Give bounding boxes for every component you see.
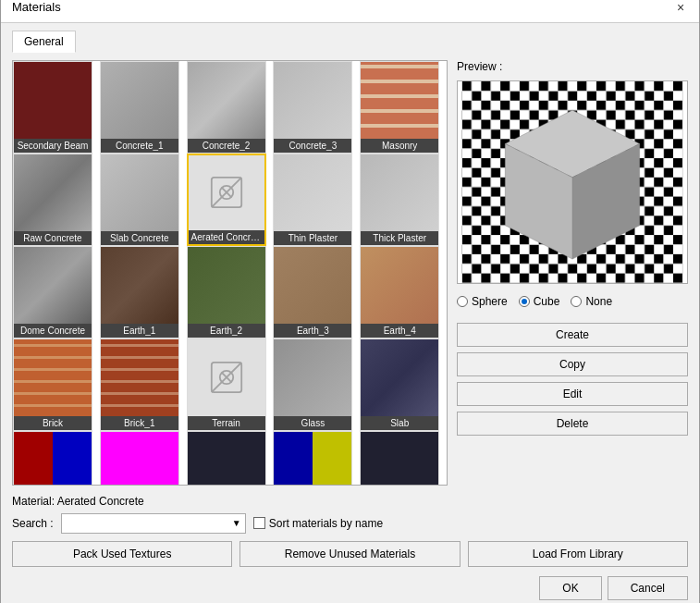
- material-label-slab-concrete: Slab Concrete: [101, 231, 178, 245]
- material-thumb-glass: [274, 339, 351, 416]
- radio-none-label: None: [585, 295, 612, 308]
- material-name-display: Material: Aerated Concrete: [12, 495, 688, 508]
- material-label-dome-concrete: Dome Concrete: [14, 324, 92, 338]
- material-thumb-concrete2: [188, 62, 265, 139]
- search-label: Search :: [12, 517, 54, 530]
- sort-by-name-checkbox-label[interactable]: Sort materials by name: [253, 517, 383, 530]
- material-thumb-thin-plaster: [274, 154, 351, 231]
- material-cell-secondary-beam[interactable]: Secondary Beam: [13, 61, 92, 154]
- preview-label: Preview :: [457, 60, 688, 73]
- material-thumb-brick1: [101, 339, 178, 416]
- material-label-earth4: Earth_4: [361, 324, 438, 338]
- material-label-slab: Slab: [361, 416, 438, 430]
- material-cell-brick[interactable]: Brick: [13, 338, 92, 431]
- material-cell-thick-plaster[interactable]: Thick Plaster: [360, 154, 439, 246]
- materials-grid-container[interactable]: Secondary BeamConcrete_1Concrete_2Concre…: [12, 60, 448, 486]
- create-button[interactable]: Create: [457, 323, 688, 347]
- main-area: Secondary BeamConcrete_1Concrete_2Concre…: [12, 60, 688, 486]
- preview-svg: [458, 81, 687, 283]
- search-input[interactable]: [62, 514, 228, 533]
- radio-none-dot: [571, 296, 582, 307]
- material-thumb-concrete3: [274, 62, 351, 139]
- material-cell-magenta[interactable]: [100, 431, 179, 486]
- material-label-secondary-beam: Secondary Beam: [14, 139, 92, 153]
- material-label-earth3: Earth_3: [274, 324, 351, 338]
- material-cell-concrete3[interactable]: Concrete_3: [273, 61, 352, 154]
- remove-unused-button[interactable]: Remove Unused Materials: [239, 541, 460, 567]
- material-cell-brick1[interactable]: Brick_1: [100, 338, 179, 431]
- radio-cube-label: Cube: [534, 295, 560, 308]
- radio-sphere-dot: [457, 296, 468, 307]
- material-cell-raw-concrete[interactable]: Raw Concrete: [13, 154, 92, 246]
- material-cell-dome-concrete[interactable]: Dome Concrete: [13, 246, 92, 338]
- tab-bar: General: [12, 31, 688, 53]
- no-texture-icon: [189, 155, 264, 230]
- pack-textures-button[interactable]: Pack Used Textures: [12, 541, 232, 567]
- material-thumb-dark: [188, 432, 265, 486]
- preview-panel: Preview :: [457, 60, 688, 486]
- material-thumb-earth3: [274, 247, 351, 324]
- material-thumb-thick-plaster: [361, 154, 438, 231]
- material-label-brick: Brick: [14, 416, 92, 430]
- material-label-concrete2: Concrete_2: [188, 139, 265, 153]
- material-thumb-strip2: [274, 432, 351, 486]
- material-thumb-earth1: [101, 247, 178, 324]
- close-button[interactable]: ×: [673, 0, 688, 15]
- dialog-title: Materials: [12, 0, 61, 14]
- title-bar: Materials ×: [1, 0, 699, 23]
- material-thumb-magenta: [101, 432, 178, 486]
- material-cell-concrete2[interactable]: Concrete_2: [187, 61, 266, 154]
- search-dropdown-button[interactable]: ▼: [228, 516, 245, 530]
- material-cell-earth1[interactable]: Earth_1: [100, 246, 179, 338]
- material-label-earth1: Earth_1: [101, 324, 178, 338]
- radio-cube[interactable]: Cube: [519, 295, 560, 308]
- copy-button[interactable]: Copy: [457, 352, 688, 376]
- search-input-wrap: ▼: [61, 513, 246, 534]
- sort-by-name-checkbox[interactable]: [253, 517, 265, 529]
- material-cell-dark[interactable]: [187, 431, 266, 486]
- bottom-buttons: Pack Used Textures Remove Unused Materia…: [12, 541, 688, 567]
- material-label-thick-plaster: Thick Plaster: [361, 231, 438, 245]
- material-cell-earth2[interactable]: Earth_2: [187, 246, 266, 338]
- delete-button[interactable]: Delete: [457, 412, 688, 436]
- material-cell-slab-concrete[interactable]: Slab Concrete: [100, 154, 179, 246]
- material-cell-aerated-concrete[interactable]: Aerated Concre...: [187, 154, 266, 246]
- material-label-glass: Glass: [274, 416, 351, 430]
- radio-sphere[interactable]: Sphere: [457, 295, 508, 308]
- material-cell-terrain[interactable]: Terrain: [187, 338, 266, 431]
- material-cell-concrete1[interactable]: Concrete_1: [100, 61, 179, 154]
- material-label-concrete3: Concrete_3: [274, 139, 351, 153]
- material-thumb-slab-concrete: [101, 154, 178, 231]
- material-cell-empty[interactable]: [360, 431, 439, 486]
- material-thumb-masonry: [361, 62, 438, 139]
- material-label-terrain: Terrain: [188, 416, 265, 430]
- material-cell-slab[interactable]: Slab: [360, 338, 439, 431]
- material-cell-strip1[interactable]: [13, 431, 92, 486]
- material-thumb-aerated-concrete: [189, 155, 264, 230]
- material-thumb-strip1: [14, 432, 92, 486]
- material-label-concrete1: Concrete_1: [101, 139, 178, 153]
- search-row: Search : ▼ Sort materials by name: [12, 513, 688, 534]
- material-cell-earth3[interactable]: Earth_3: [273, 246, 352, 338]
- material-thumb-brick: [14, 339, 92, 416]
- preview-radio-group: Sphere Cube None: [457, 291, 688, 312]
- load-library-button[interactable]: Load From Library: [468, 541, 688, 567]
- material-label-masonry: Masonry: [361, 139, 438, 153]
- material-cell-strip2[interactable]: [273, 431, 352, 486]
- material-cell-earth4[interactable]: Earth_4: [360, 246, 439, 338]
- material-thumb-slab: [361, 339, 438, 416]
- material-thumb-terrain: [188, 339, 265, 416]
- cancel-button[interactable]: Cancel: [608, 576, 688, 600]
- material-thumb-empty: [361, 432, 438, 486]
- tab-general[interactable]: General: [12, 31, 76, 53]
- material-thumb-secondary-beam: [14, 62, 92, 139]
- material-label-aerated-concrete: Aerated Concre...: [189, 230, 264, 244]
- ok-button[interactable]: OK: [539, 576, 601, 600]
- material-cell-masonry[interactable]: Masonry: [360, 61, 439, 154]
- radio-none[interactable]: None: [571, 295, 612, 308]
- material-thumb-raw-concrete: [14, 154, 92, 231]
- material-cell-glass[interactable]: Glass: [273, 338, 352, 431]
- material-label-brick1: Brick_1: [101, 416, 178, 430]
- edit-button[interactable]: Edit: [457, 382, 688, 406]
- material-cell-thin-plaster[interactable]: Thin Plaster: [273, 154, 352, 246]
